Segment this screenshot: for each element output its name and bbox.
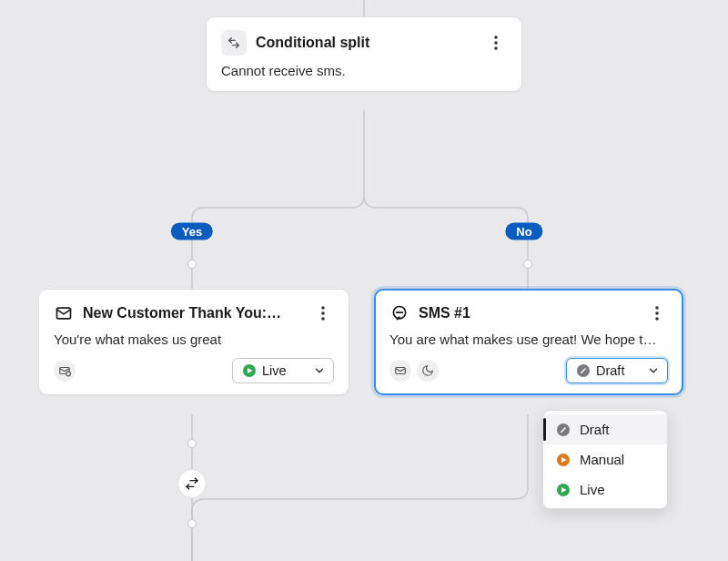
email-title: New Customer Thank You:…	[83, 305, 303, 321]
connector-dot	[187, 439, 197, 448]
email-status-label: Live	[262, 363, 308, 378]
dropdown-option-label: Draft	[580, 422, 610, 437]
smart-send-icon	[54, 360, 76, 382]
draft-indicator-icon	[576, 363, 591, 378]
quiet-hours-icon	[417, 360, 439, 382]
status-dropdown[interactable]: Draft Manual Live	[542, 410, 668, 509]
svg-point-7	[321, 306, 325, 310]
manual-indicator-icon	[556, 453, 571, 467]
sms-status-select[interactable]: Draft	[566, 358, 668, 383]
draft-indicator-icon	[556, 423, 571, 437]
split-condition-text: Cannot receive sms.	[221, 63, 507, 78]
svg-point-3	[494, 36, 498, 39]
connector-dot	[187, 260, 197, 269]
dropdown-option-manual[interactable]: Manual	[543, 444, 667, 474]
email-body-preview: You're what makes us great	[54, 332, 334, 347]
add-step-button[interactable]	[177, 469, 207, 498]
connector-dot	[523, 260, 532, 269]
email-more-button[interactable]	[312, 302, 334, 324]
svg-point-16	[655, 306, 659, 310]
branch-yes-badge: Yes	[171, 223, 213, 240]
sms-body-preview: You are what makes use great! We hope t…	[389, 332, 668, 347]
dropdown-option-draft[interactable]: Draft	[543, 414, 667, 444]
sms-title: SMS #1	[419, 305, 637, 321]
dropdown-option-label: Manual	[580, 452, 624, 467]
smart-send-icon	[389, 360, 411, 382]
svg-point-18	[655, 317, 659, 321]
sms-icon	[389, 303, 410, 323]
svg-point-8	[321, 311, 325, 315]
sms-more-button[interactable]	[646, 302, 668, 324]
sms-status-label: Draft	[596, 363, 642, 378]
split-icon	[221, 30, 247, 56]
svg-point-5	[494, 46, 498, 50]
svg-point-11	[66, 372, 71, 376]
branch-no-badge: No	[505, 223, 542, 240]
email-status-select[interactable]: Live	[232, 358, 334, 383]
sms-node[interactable]: SMS #1 You are what makes use great! We …	[374, 289, 683, 395]
chevron-down-icon	[313, 364, 326, 377]
email-icon	[54, 303, 74, 323]
email-node[interactable]: New Customer Thank You:… You're what mak…	[38, 289, 349, 395]
chevron-down-icon	[647, 364, 660, 377]
split-title: Conditional split	[256, 35, 476, 51]
dropdown-option-live[interactable]: Live	[543, 474, 667, 505]
svg-point-9	[321, 317, 325, 321]
dropdown-option-label: Live	[580, 482, 605, 497]
live-indicator-icon	[242, 363, 257, 378]
live-indicator-icon	[556, 483, 571, 497]
conditional-split-node[interactable]: Conditional split Cannot receive sms.	[206, 16, 522, 92]
split-more-button[interactable]	[485, 32, 507, 54]
svg-point-17	[655, 311, 659, 315]
svg-point-4	[494, 41, 498, 45]
connector-dot	[187, 519, 197, 528]
